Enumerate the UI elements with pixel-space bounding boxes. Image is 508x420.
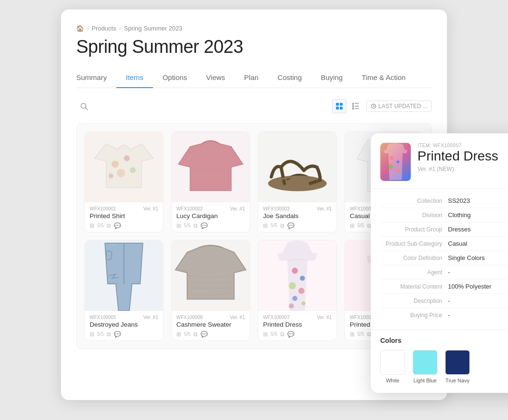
last-updated-button[interactable]: LAST UPDATED ...: [366, 100, 432, 112]
item-image-2: [258, 132, 336, 202]
tab-views[interactable]: Views: [197, 69, 235, 88]
item-card-0[interactable]: WFX100001 Ver. #1 Printed Shirt ⊞ 5/5 ⧉ …: [84, 131, 163, 232]
colors-row: White Light Blue True Navy: [380, 350, 508, 383]
svg-rect-5: [340, 107, 343, 110]
item-card-1[interactable]: WFX100002 Ver. #1 Lucy Cardigan ⊞ 5/5 ⧉ …: [171, 131, 250, 232]
detail-label-collection: Collection: [380, 198, 442, 204]
item-info-4: WFX100005 Ver. #1 Destroyed Jeans ⊞ 5/5 …: [85, 311, 163, 340]
detail-row-description: Description -: [380, 294, 508, 308]
detail-colors-title: Colors: [380, 337, 508, 344]
detail-label-product-group: Product Group: [380, 226, 442, 233]
detail-item-ver: Ver. #1 (NEW): [417, 166, 508, 172]
tabs-nav: Summary Items Options Views Plan Costing…: [76, 69, 432, 88]
search-button[interactable]: [76, 99, 91, 114]
item-actions-5: ⊞ 5/5 ⧉ 💬: [176, 331, 245, 338]
tab-items[interactable]: Items: [116, 69, 153, 88]
detail-row-division: Division Clothing: [380, 208, 508, 222]
breadcrumb-collection[interactable]: Spring Summer 2023: [124, 25, 183, 32]
item-layers-icon-3[interactable]: ⊞: [350, 222, 355, 229]
grid-view-button[interactable]: [332, 99, 346, 113]
detail-value-color-def: Single Colors: [442, 254, 508, 261]
item-layers-icon-1[interactable]: ⊞: [176, 222, 181, 229]
detail-value-description: -: [442, 297, 508, 304]
tab-summary[interactable]: Summary: [76, 69, 116, 88]
item-comment-icon-4[interactable]: 💬: [114, 331, 121, 338]
item-stat-0: 5/5: [97, 223, 104, 228]
svg-point-17: [109, 173, 113, 178]
tab-time-action[interactable]: Time & Action: [352, 69, 415, 88]
item-card-2[interactable]: WFX100003 Ver. #1 Joe Sandals ⊞ 5/5 ⧉ 💬: [258, 131, 337, 232]
tab-options[interactable]: Options: [153, 69, 197, 88]
detail-thumbnail: [380, 143, 411, 181]
item-copy-icon-0[interactable]: ⧉: [107, 222, 111, 229]
svg-point-22: [300, 276, 305, 281]
item-card-5[interactable]: WFX100006 Ver. #1 Cashmere Sweater ⊞ 5/5…: [171, 240, 250, 341]
svg-rect-3: [340, 103, 343, 106]
item-ver-5: Ver. #1: [230, 315, 245, 320]
item-stat-5: 5/5: [184, 331, 191, 337]
svg-point-37: [390, 156, 394, 160]
detail-row-material: Material Content 100% Polyester: [380, 280, 508, 294]
svg-point-18: [268, 175, 327, 191]
item-copy-icon-5[interactable]: ⧉: [193, 331, 198, 338]
item-stat-3: 5/5: [357, 223, 364, 228]
detail-value-agent: -: [442, 269, 508, 276]
svg-point-15: [117, 169, 125, 177]
item-layers-icon-7[interactable]: ⊞: [350, 331, 355, 338]
item-info-6: WFX100007 Ver. #1 Printed Dress ⊞ 5/5 ⧉ …: [258, 311, 336, 340]
item-card-6[interactable]: WFX100007 Ver. #1 Printed Dress ⊞ 5/5 ⧉ …: [258, 240, 337, 341]
item-card-4[interactable]: WFX100005 Ver. #1 Destroyed Jeans ⊞ 5/5 …: [84, 240, 163, 341]
item-comment-icon-5[interactable]: 💬: [201, 331, 208, 338]
toolbar-right: LAST UPDATED ...: [332, 99, 432, 113]
color-item-white: White: [380, 350, 405, 383]
item-sku-6: WFX100007: [263, 315, 290, 320]
item-comment-icon-0[interactable]: 💬: [114, 222, 121, 229]
item-comment-icon-6[interactable]: 💬: [287, 331, 295, 338]
item-comment-icon-1[interactable]: 💬: [201, 222, 208, 229]
detail-panel: ITEM: WFX100007 Printed Dress Ver. #1 (N…: [371, 133, 508, 393]
item-layers-icon-4[interactable]: ⊞: [90, 331, 94, 338]
svg-point-23: [289, 282, 296, 289]
item-layers-icon-2[interactable]: ⊞: [263, 222, 268, 229]
color-swatch-light-blue[interactable]: [413, 350, 437, 375]
color-swatch-white[interactable]: [380, 350, 405, 375]
tab-costing[interactable]: Costing: [268, 69, 311, 88]
svg-point-14: [124, 155, 130, 161]
color-swatch-navy[interactable]: [445, 350, 470, 375]
item-stat-1: 5/5: [184, 223, 191, 228]
item-layers-icon-0[interactable]: ⊞: [90, 222, 94, 229]
item-actions-2: ⊞ 5/5 ⧉ 💬: [263, 222, 332, 229]
item-info-1: WFX100002 Ver. #1 Lucy Cardigan ⊞ 5/5 ⧉ …: [172, 202, 250, 232]
item-copy-icon-1[interactable]: ⧉: [193, 222, 198, 229]
list-view-button[interactable]: [348, 99, 363, 113]
color-label-white: White: [386, 378, 399, 383]
detail-row-product-group: Product Group Dresses: [380, 222, 508, 237]
home-icon[interactable]: 🏠: [76, 25, 84, 32]
detail-row-agent: Agent -: [380, 265, 508, 280]
item-sku-5: WFX100006: [176, 315, 203, 320]
item-layers-icon-5[interactable]: ⊞: [176, 331, 181, 338]
item-copy-icon-6[interactable]: ⧉: [280, 331, 284, 338]
item-ver-1: Ver. #1: [230, 206, 245, 211]
svg-rect-6: [352, 103, 354, 105]
item-copy-icon-4[interactable]: ⧉: [107, 331, 111, 338]
item-ver-4: Ver. #1: [143, 315, 158, 320]
item-image-0: [85, 132, 163, 202]
tab-buying[interactable]: Buying: [311, 69, 352, 88]
item-comment-icon-2[interactable]: 💬: [287, 222, 295, 229]
detail-value-division: Clothing: [442, 211, 508, 219]
svg-rect-2: [336, 103, 339, 106]
item-name-1: Lucy Cardigan: [176, 212, 245, 220]
item-copy-icon-2[interactable]: ⧉: [280, 222, 284, 229]
item-name-6: Printed Dress: [263, 321, 332, 328]
item-ver-2: Ver. #1: [317, 206, 332, 211]
detail-item-name: Printed Dress: [417, 149, 508, 164]
item-layers-icon-6[interactable]: ⊞: [263, 331, 268, 338]
item-name-2: Joe Sandals: [263, 212, 332, 220]
breadcrumb-products[interactable]: Products: [91, 25, 116, 32]
color-label-navy: True Navy: [446, 378, 469, 383]
detail-colors-section: Colors White Light Blue True Navy: [371, 330, 508, 393]
tab-plan[interactable]: Plan: [234, 69, 268, 88]
color-item-navy: True Navy: [445, 350, 470, 383]
item-sku-1: WFX100002: [176, 206, 203, 211]
